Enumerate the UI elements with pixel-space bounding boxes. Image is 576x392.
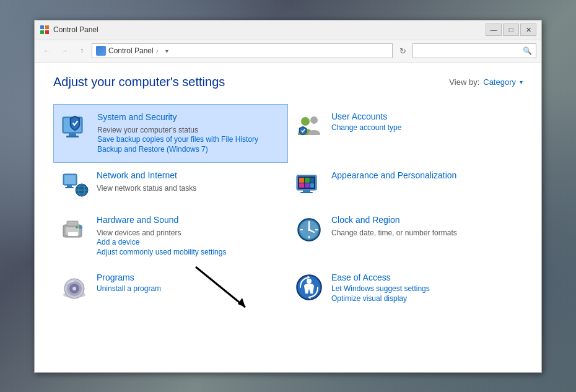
svg-rect-24 — [299, 183, 304, 188]
svg-rect-1 — [45, 25, 49, 29]
hardware-sound-desc: View devices and printers — [97, 229, 181, 237]
system-security-link-1[interactable]: Save backup copies of your files with Fi… — [97, 135, 258, 144]
category-user-accounts[interactable]: User Accounts Change account type — [288, 104, 523, 163]
view-by-control: View by: Category ▾ — [449, 77, 523, 87]
category-system-security[interactable]: System and Security Review your computer… — [53, 104, 288, 163]
system-security-text: System and Security Review your computer… — [97, 112, 258, 155]
address-path: Control Panel — [108, 46, 154, 55]
appearance-icon — [294, 170, 324, 200]
user-accounts-text: User Accounts Change account type — [331, 111, 401, 133]
search-icon: 🔍 — [523, 46, 532, 55]
search-input[interactable] — [417, 46, 520, 55]
system-security-icon — [60, 112, 90, 142]
system-security-link-2[interactable]: Backup and Restore (Windows 7) — [97, 145, 258, 154]
search-bar[interactable]: 🔍 — [412, 43, 536, 58]
svg-point-9 — [310, 116, 318, 124]
category-programs[interactable]: Programs Uninstall a program — [53, 265, 288, 311]
svg-rect-28 — [300, 192, 313, 193]
svg-rect-25 — [305, 183, 310, 188]
hardware-sound-name[interactable]: Hardware and Sound — [97, 215, 226, 225]
user-accounts-link-1[interactable]: Change account type — [331, 123, 401, 132]
address-icon — [96, 46, 106, 56]
appearance-name[interactable]: Appearance and Personalization — [331, 170, 456, 180]
categories-grid: System and Security Review your computer… — [53, 104, 523, 311]
view-by-dropdown-icon[interactable]: ▾ — [520, 79, 523, 85]
control-panel-window: Control Panel — □ ✕ ← → ↑ Control Panel … — [34, 20, 542, 373]
svg-rect-13 — [65, 187, 74, 188]
svg-point-34 — [76, 226, 78, 229]
window-icon — [40, 25, 50, 35]
hardware-sound-text: Hardware and Sound View devices and prin… — [97, 215, 226, 258]
system-security-name[interactable]: System and Security — [97, 112, 258, 122]
svg-rect-27 — [303, 190, 310, 192]
content-area: Adjust your computer's settings View by:… — [35, 63, 541, 372]
category-network-internet[interactable]: Network and Internet View network status… — [53, 163, 288, 207]
svg-rect-7 — [66, 136, 79, 137]
title-bar-buttons: — □ ✕ — [486, 24, 536, 36]
user-accounts-name[interactable]: User Accounts — [331, 111, 401, 121]
maximize-button[interactable]: □ — [503, 24, 519, 36]
ease-of-access-icon — [294, 272, 324, 302]
minimize-button[interactable]: — — [486, 24, 502, 36]
back-button[interactable]: ← — [40, 43, 55, 58]
svg-rect-12 — [67, 185, 72, 187]
svg-rect-3 — [45, 30, 49, 34]
category-hardware-sound[interactable]: Hardware and Sound View devices and prin… — [53, 207, 288, 265]
svg-rect-2 — [40, 30, 44, 34]
hardware-sound-link-2[interactable]: Adjust commonly used mobility settings — [97, 248, 226, 256]
programs-icon — [59, 272, 89, 302]
forward-button[interactable]: → — [57, 43, 72, 58]
appearance-text: Appearance and Personalization — [331, 170, 456, 182]
svg-point-49 — [72, 287, 76, 290]
ease-of-access-name[interactable]: Ease of Access — [331, 272, 430, 282]
svg-point-8 — [301, 117, 310, 126]
svg-point-52 — [307, 279, 312, 284]
clock-region-icon — [294, 215, 324, 245]
category-appearance[interactable]: Appearance and Personalization — [288, 163, 523, 207]
svg-rect-21 — [299, 178, 304, 183]
svg-rect-32 — [68, 232, 78, 236]
svg-point-44 — [308, 229, 310, 231]
user-accounts-icon — [294, 111, 324, 141]
window-title: Control Panel — [53, 25, 486, 34]
address-separator: › — [156, 46, 159, 55]
refresh-button[interactable]: ↻ — [395, 43, 410, 58]
network-internet-name[interactable]: Network and Internet — [97, 170, 196, 180]
svg-rect-0 — [40, 25, 44, 29]
svg-rect-22 — [305, 178, 310, 183]
ease-of-access-link-1[interactable]: Let Windows suggest settings — [331, 284, 430, 293]
content-header: Adjust your computer's settings View by:… — [53, 75, 523, 89]
svg-point-33 — [79, 225, 82, 229]
view-by-label: View by: — [449, 77, 479, 87]
up-button[interactable]: ↑ — [74, 43, 89, 58]
network-internet-text: Network and Internet View network status… — [97, 170, 196, 193]
svg-rect-6 — [69, 133, 76, 136]
navigation-bar: ← → ↑ Control Panel › ▾ ↻ 🔍 — [35, 40, 541, 63]
hardware-sound-icon — [59, 215, 89, 245]
svg-rect-26 — [310, 183, 314, 188]
programs-name[interactable]: Programs — [97, 272, 161, 282]
view-by-value[interactable]: Category — [483, 77, 516, 87]
page-title: Adjust your computer's settings — [53, 75, 225, 89]
svg-rect-11 — [64, 175, 76, 184]
hardware-sound-link-1[interactable]: Add a device — [97, 238, 226, 246]
category-clock-region[interactable]: Clock and Region Change date, time, or n… — [288, 207, 523, 265]
network-internet-desc: View network status and tasks — [97, 184, 196, 193]
svg-rect-31 — [67, 221, 78, 226]
close-button[interactable]: ✕ — [520, 24, 536, 36]
clock-region-desc: Change date, time, or number formats — [331, 229, 457, 237]
category-ease-of-access[interactable]: Ease of Access Let Windows suggest setti… — [288, 265, 523, 311]
programs-link-1[interactable]: Uninstall a program — [97, 284, 161, 293]
clock-region-name[interactable]: Clock and Region — [331, 215, 457, 225]
address-bar[interactable]: Control Panel › ▾ — [92, 43, 393, 58]
address-dropdown[interactable]: ▾ — [161, 43, 173, 58]
title-bar: Control Panel — □ ✕ — [35, 20, 541, 40]
system-security-desc: Review your computer's status — [97, 126, 198, 134]
ease-of-access-text: Ease of Access Let Windows suggest setti… — [331, 272, 430, 304]
network-internet-icon — [59, 170, 89, 200]
svg-rect-23 — [310, 178, 314, 183]
clock-region-text: Clock and Region Change date, time, or n… — [331, 215, 457, 238]
ease-of-access-link-2[interactable]: Optimize visual display — [331, 294, 430, 303]
programs-text: Programs Uninstall a program — [97, 272, 161, 294]
